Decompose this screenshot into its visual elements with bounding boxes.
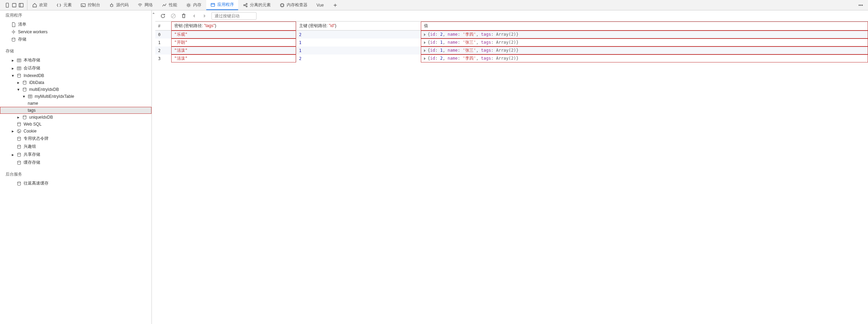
sidebar-resizer[interactable] [152, 10, 155, 324]
detached-icon [243, 3, 248, 8]
svg-point-40 [18, 181, 21, 183]
tab-network[interactable]: 网络 [133, 0, 157, 10]
devtools-tabbar: 欢迎 元素 控制台 源代码 网络 性能 内存 应用程序 分离的元素 内存检查器 … [0, 0, 868, 10]
tab-application[interactable]: 应用程序 [206, 0, 238, 10]
clear-button[interactable] [170, 12, 177, 19]
cell-value[interactable]: {id: 2, name: '李四', tags: Array(2)} [421, 54, 868, 62]
database-icon [17, 181, 21, 186]
svg-rect-1 [12, 3, 16, 7]
tab-vue[interactable]: Vue [312, 0, 328, 10]
sidebar-item-websql[interactable]: Web SQL [0, 121, 151, 128]
content-area: # 密钥 (密钥路径: "tags") 主键 (密钥路径: "id") 值 0"… [155, 10, 868, 324]
tab-add[interactable] [329, 0, 342, 10]
sidebar-item-privatestate[interactable]: 专用状态令牌 [0, 135, 151, 143]
tab-label: Vue [316, 3, 324, 8]
home-icon [32, 3, 37, 8]
svg-point-34 [19, 131, 20, 131]
svg-point-33 [18, 130, 19, 131]
chevron-right-icon: ▸ [17, 80, 20, 85]
label: name [28, 101, 38, 106]
sidebar-item-sessionstorage[interactable]: ▸会话存储 [0, 64, 151, 72]
label: 会话存储 [24, 65, 40, 71]
label: multiEntryIdxDB [29, 87, 59, 92]
label: 共享存储 [24, 152, 40, 157]
more-icon[interactable] [858, 3, 863, 8]
sidebar-item-idbdata[interactable]: ▸iDbData [0, 79, 151, 86]
device-tablet-icon[interactable] [12, 3, 17, 8]
label: 兴趣组 [24, 144, 36, 150]
sidebar-item-storage[interactable]: 存储 [0, 35, 151, 43]
sidebar-item-localstorage[interactable]: ▸本地存储 [0, 56, 151, 64]
delete-button[interactable] [180, 12, 187, 19]
col-index[interactable]: # [155, 22, 171, 31]
wifi-icon [138, 3, 142, 8]
table-row[interactable]: 0"乐观"2{id: 2, name: '李四', tags: Array(2)… [155, 31, 868, 39]
label: tags [28, 108, 36, 113]
svg-point-39 [18, 161, 21, 162]
sidebar-item-bfcache[interactable]: 往返高速缓存 [0, 179, 151, 187]
label: uniqueIdxDB [29, 115, 53, 120]
table-row[interactable]: 2"活泼"1{id: 1, name: '张三', tags: Array(2)… [155, 46, 868, 54]
tab-memory[interactable]: 内存 [182, 0, 206, 10]
next-page-button[interactable] [201, 12, 208, 19]
cell-value[interactable]: {id: 1, name: '张三', tags: Array(2)} [421, 46, 868, 54]
sidebar-item-uniqueidxdb[interactable]: ▸uniqueIdxDB [0, 114, 151, 121]
sidebar-item-idx-name[interactable]: name [0, 100, 151, 107]
chevron-down-icon: ▾ [22, 94, 26, 99]
sidebar-item-cachestorage[interactable]: 缓存存储 [0, 159, 151, 167]
sidebar-item-interestgroups[interactable]: 兴趣组 [0, 143, 151, 151]
table-row[interactable]: 3"活泼"2{id: 2, name: '李四', tags: Array(2)… [155, 54, 868, 62]
svg-point-37 [18, 145, 21, 146]
database-icon [22, 115, 27, 120]
col-value[interactable]: 值 [421, 22, 868, 31]
svg-point-11 [246, 6, 248, 7]
svg-point-14 [860, 5, 861, 5]
svg-point-17 [12, 37, 15, 39]
tab-sources[interactable]: 源代码 [105, 0, 133, 10]
cell-index: 1 [155, 39, 171, 46]
sidebar-item-multientrytable[interactable]: ▾myMultiEntryIdxTable [0, 93, 151, 100]
chip-icon [280, 3, 285, 8]
chevron-right-icon: ▸ [11, 58, 15, 63]
tab-meminspect[interactable]: 内存检查器 [276, 0, 312, 10]
database-icon [22, 80, 27, 85]
tab-console[interactable]: 控制台 [77, 0, 104, 10]
cell-pk: 1 [296, 39, 421, 46]
svg-rect-2 [19, 3, 23, 7]
tab-label: 应用程序 [217, 2, 234, 8]
sidebar-item-sw[interactable]: Service workers [0, 28, 151, 35]
prev-page-button[interactable] [191, 12, 198, 19]
col-key[interactable]: 密钥 (密钥路径: "tags") [171, 22, 296, 31]
dock-icon[interactable] [19, 3, 24, 8]
chevron-right-icon: ▸ [17, 115, 20, 120]
svg-point-25 [23, 81, 26, 82]
col-primarykey[interactable]: 主键 (密钥路径: "id") [296, 22, 421, 31]
sidebar-item-cookie[interactable]: ▸Cookie [0, 128, 151, 135]
refresh-button[interactable] [159, 12, 166, 19]
label: IndexedDB [24, 73, 44, 78]
section-application: 应用程序 [0, 10, 151, 20]
tab-welcome[interactable]: 欢迎 [28, 0, 52, 10]
section-bgservices: 后台服务 [0, 169, 151, 179]
tab-detached[interactable]: 分离的元素 [239, 0, 275, 10]
sidebar-item-indexeddb[interactable]: ▾IndexedDB [0, 72, 151, 79]
sidebar-item-idx-tags[interactable]: tags [0, 107, 151, 114]
svg-point-30 [23, 116, 26, 117]
tab-elements[interactable]: 元素 [52, 0, 76, 10]
device-phone-icon[interactable] [5, 3, 10, 8]
tab-performance[interactable]: 性能 [158, 0, 181, 10]
sidebar-item-multientrydb[interactable]: ▾multiEntryIdxDB [0, 86, 151, 93]
key-start-input[interactable] [211, 12, 257, 20]
svg-line-42 [172, 15, 175, 17]
svg-rect-7 [211, 3, 215, 6]
cell-value[interactable]: {id: 1, name: '张三', tags: Array(2)} [421, 39, 868, 46]
tab-label: 内存 [193, 2, 201, 8]
cell-value[interactable]: {id: 2, name: '李四', tags: Array(2)} [421, 31, 868, 39]
table-row[interactable]: 1"开朗"1{id: 1, name: '张三', tags: Array(2)… [155, 39, 868, 46]
database-icon [17, 136, 21, 141]
sidebar-item-sharedstorage[interactable]: ▸共享存储 [0, 151, 151, 159]
chevron-down-icon: ▾ [17, 87, 20, 92]
label: 往返高速缓存 [24, 180, 49, 186]
database-icon [17, 160, 21, 165]
sidebar-item-manifest[interactable]: 清单 [0, 20, 151, 28]
